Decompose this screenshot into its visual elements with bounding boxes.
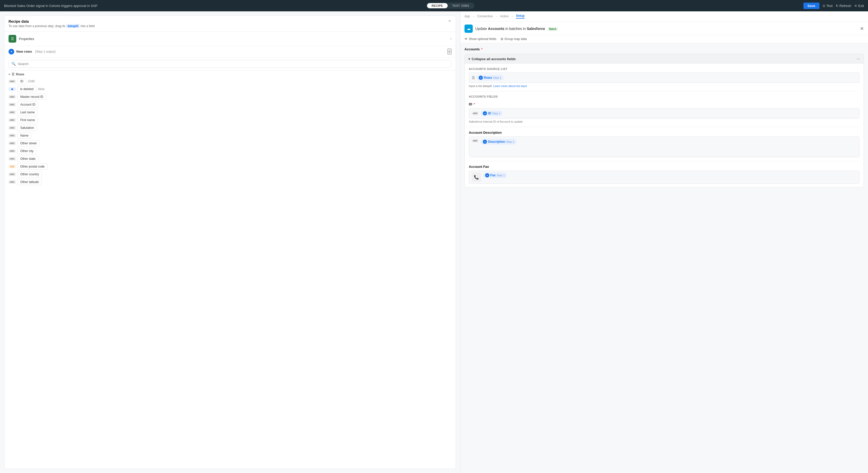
pill-other-latitude[interactable]: Other latitude xyxy=(17,179,41,185)
top-header: Blocked Sales Order signal in Celonis tr… xyxy=(0,0,868,11)
search-container: 🔍 xyxy=(4,57,456,70)
type-badge-abc: ABC xyxy=(8,126,16,130)
search-icon: 🔍 xyxy=(11,62,16,66)
breadcrumb-connection[interactable]: Connection xyxy=(477,14,493,18)
recipe-data-card: Recipe data To use data from a previous … xyxy=(4,15,456,469)
list-item: ABC Account ID xyxy=(8,101,452,108)
description-chip-label: Description xyxy=(488,140,505,143)
list-item: ABC Last name xyxy=(8,109,452,115)
new-rows-expand-btn[interactable]: ∨ xyxy=(447,48,452,55)
pill-other-state[interactable]: Other state xyxy=(17,156,38,162)
list-item: ABC Other latitude xyxy=(8,179,452,185)
id-field-input[interactable]: ABC ● ID Step 1 xyxy=(469,108,860,119)
pill-name[interactable]: Name xyxy=(17,132,31,139)
type-badge-num: 123 xyxy=(8,165,16,168)
pill-account-id[interactable]: Account ID xyxy=(17,101,38,108)
source-list-field-group: Accounts source list ☰ ● Rows Step 1 Inp… xyxy=(465,64,864,91)
exit-link[interactable]: ✕ Exit xyxy=(854,4,864,8)
description-chip-icon: ● xyxy=(483,140,487,144)
pill-is-deleted[interactable]: Is deleted xyxy=(17,86,36,92)
search-input-wrapper: 🔍 xyxy=(8,60,452,68)
pill-last-name[interactable]: Last name xyxy=(17,109,37,115)
source-list-help: Input a list datapill. Learn more about … xyxy=(469,85,860,88)
type-badge-abc: ABC xyxy=(8,79,16,83)
salesforce-icon: ☁ xyxy=(464,25,473,33)
breadcrumb-setup[interactable]: Setup xyxy=(516,14,524,19)
id-chip-type: ABC xyxy=(472,111,479,115)
collapse-arrow-icon[interactable]: ▾ xyxy=(468,57,470,61)
description-chip-type: ABC xyxy=(472,139,479,142)
accounts-card-more-btn[interactable]: ··· xyxy=(857,57,860,61)
rows-chip-step: Step 1 xyxy=(493,76,501,79)
source-list-input[interactable]: ☰ ● Rows Step 1 xyxy=(469,73,860,83)
id-field-group: ID * ABC ● ID Step 1 Salesforce internal… xyxy=(465,101,864,127)
chevron-right-icon: › xyxy=(450,36,451,41)
tab-recipe[interactable]: RECIPE xyxy=(427,3,448,8)
properties-left: ☰ Properties xyxy=(8,35,34,43)
right-title-row: ☁ Update Accounts in batches in Salesfor… xyxy=(460,22,868,35)
id-field-hint: Salesforce internal ID of Account to upd… xyxy=(469,120,860,123)
rows-collapse-icon: ▾ xyxy=(8,73,10,76)
pill-salutation[interactable]: Salutation xyxy=(17,125,37,131)
fax-field-input[interactable]: 📞 ● Fax Step 1 xyxy=(469,171,860,183)
right-title-left: ☁ Update Accounts in batches in Salesfor… xyxy=(464,25,558,33)
type-badge-abc: ABC xyxy=(8,172,16,176)
tab-test-jobs[interactable]: TEST JOBS xyxy=(448,3,474,8)
learn-more-link[interactable]: Learn more about list input xyxy=(493,85,527,88)
id-chip-label: ID xyxy=(488,111,491,115)
recipe-data-info: Recipe data To use data from a previous … xyxy=(8,20,95,28)
right-panel: App → Connection → Action → Setup ☁ Upda… xyxy=(460,11,868,473)
main-layout: Recipe data To use data from a previous … xyxy=(0,11,868,473)
pill-other-city[interactable]: Other city xyxy=(17,148,36,154)
type-badge-abc: ABC xyxy=(8,118,16,122)
save-button[interactable]: Save xyxy=(803,3,819,9)
test-link[interactable]: ⊙ Test xyxy=(823,4,833,8)
right-panel-close-btn[interactable]: ✕ xyxy=(860,26,864,32)
new-rows-left: ● New rows (Step 1 output) xyxy=(8,49,56,55)
properties-icon: ☰ xyxy=(8,35,16,43)
description-field-title: Account Description xyxy=(469,131,860,135)
pill-other-postal-code[interactable]: Other postal code xyxy=(17,163,48,170)
group-map-data-btn[interactable]: ⊞ Group map data xyxy=(501,37,527,41)
description-field-input[interactable]: ABC ● Description Step 1 xyxy=(469,137,860,157)
rows-section: ▾ ☰ Rows ABC ID 2346 ◉ Is deleted false xyxy=(4,70,456,469)
pill-id[interactable]: ID xyxy=(17,78,26,85)
rows-list-icon: ☰ xyxy=(472,76,475,80)
accounts-fields-sublabel: Accounts fields xyxy=(469,95,860,98)
recipe-data-collapse-btn[interactable]: ⌃ xyxy=(448,20,452,25)
breadcrumb-app[interactable]: App xyxy=(464,14,470,18)
new-rows-row: ● New rows (Step 1 output) ∨ xyxy=(4,46,456,57)
search-input[interactable] xyxy=(18,62,449,66)
eye-icon: 👁 xyxy=(464,37,468,41)
pill-id-value: 2346 xyxy=(28,79,35,83)
list-item: ABC Salutation xyxy=(8,125,452,131)
breadcrumb: App → Connection → Action → Setup xyxy=(460,11,868,22)
fax-field-title: Account Fax xyxy=(469,165,860,169)
type-badge-abc: ABC xyxy=(8,95,16,99)
app-title: Blocked Sales Order signal in Celonis tr… xyxy=(4,4,97,8)
pill-master-record-id[interactable]: Master record ID xyxy=(17,94,46,100)
new-rows-step: (Step 1 output) xyxy=(35,50,56,54)
left-panel: Recipe data To use data from a previous … xyxy=(0,11,460,473)
accounts-card-header: ▾ Collapse all accounts fields ··· xyxy=(465,54,864,64)
description-chip: ● Description Step 1 xyxy=(481,139,517,144)
id-chip: ● ID Step 1 xyxy=(481,110,502,116)
fax-chip-step: Step 1 xyxy=(497,174,505,177)
recipe-data-title: Recipe data xyxy=(8,20,95,24)
list-item: ABC Other state xyxy=(8,156,452,162)
new-rows-icon: ● xyxy=(8,49,14,55)
pill-other-street[interactable]: Other street xyxy=(17,140,39,146)
breadcrumb-arrow-1: → xyxy=(472,14,475,18)
type-badge-toggle: ◉ xyxy=(8,87,16,91)
pill-first-name[interactable]: First name xyxy=(17,117,38,123)
pill-other-country[interactable]: Other country xyxy=(17,171,42,177)
datapill-ref: datapill xyxy=(66,24,80,28)
accounts-card: ▾ Collapse all accounts fields ··· Accou… xyxy=(464,54,864,188)
properties-row[interactable]: ☰ Properties › xyxy=(4,32,456,46)
type-badge-abc: ABC xyxy=(8,134,16,137)
required-marker: * xyxy=(481,47,483,51)
accounts-section-label: Accounts * xyxy=(464,47,864,51)
show-optional-fields-btn[interactable]: 👁 Show optional fields xyxy=(464,37,497,41)
refresh-link[interactable]: ↻ Refresh xyxy=(836,4,851,8)
breadcrumb-action[interactable]: Action xyxy=(500,14,509,18)
